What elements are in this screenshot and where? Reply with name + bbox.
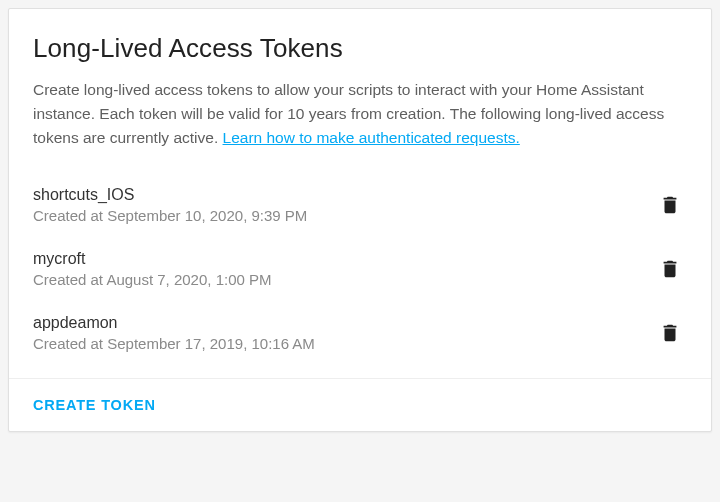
learn-link[interactable]: Learn how to make authenticated requests… bbox=[223, 129, 520, 146]
token-row: appdeamon Created at September 17, 2019,… bbox=[33, 302, 687, 366]
token-name: mycroft bbox=[33, 250, 272, 268]
delete-token-button[interactable] bbox=[653, 316, 687, 350]
token-created: Created at September 10, 2020, 9:39 PM bbox=[33, 207, 307, 224]
trash-icon bbox=[659, 258, 681, 280]
token-info: mycroft Created at August 7, 2020, 1:00 … bbox=[33, 250, 272, 288]
token-created: Created at August 7, 2020, 1:00 PM bbox=[33, 271, 272, 288]
delete-token-button[interactable] bbox=[653, 188, 687, 222]
token-info: shortcuts_IOS Created at September 10, 2… bbox=[33, 186, 307, 224]
trash-icon bbox=[659, 194, 681, 216]
access-tokens-card: Long-Lived Access Tokens Create long-liv… bbox=[8, 8, 712, 432]
card-body: Long-Lived Access Tokens Create long-liv… bbox=[9, 9, 711, 378]
token-row: mycroft Created at August 7, 2020, 1:00 … bbox=[33, 238, 687, 302]
token-name: shortcuts_IOS bbox=[33, 186, 307, 204]
delete-token-button[interactable] bbox=[653, 252, 687, 286]
token-info: appdeamon Created at September 17, 2019,… bbox=[33, 314, 315, 352]
card-title: Long-Lived Access Tokens bbox=[33, 33, 687, 64]
token-row: shortcuts_IOS Created at September 10, 2… bbox=[33, 174, 687, 238]
token-created: Created at September 17, 2019, 10:16 AM bbox=[33, 335, 315, 352]
token-name: appdeamon bbox=[33, 314, 315, 332]
create-token-button[interactable]: CREATE TOKEN bbox=[33, 391, 156, 419]
trash-icon bbox=[659, 322, 681, 344]
card-description: Create long-lived access tokens to allow… bbox=[33, 78, 687, 150]
card-footer: CREATE TOKEN bbox=[9, 378, 711, 431]
